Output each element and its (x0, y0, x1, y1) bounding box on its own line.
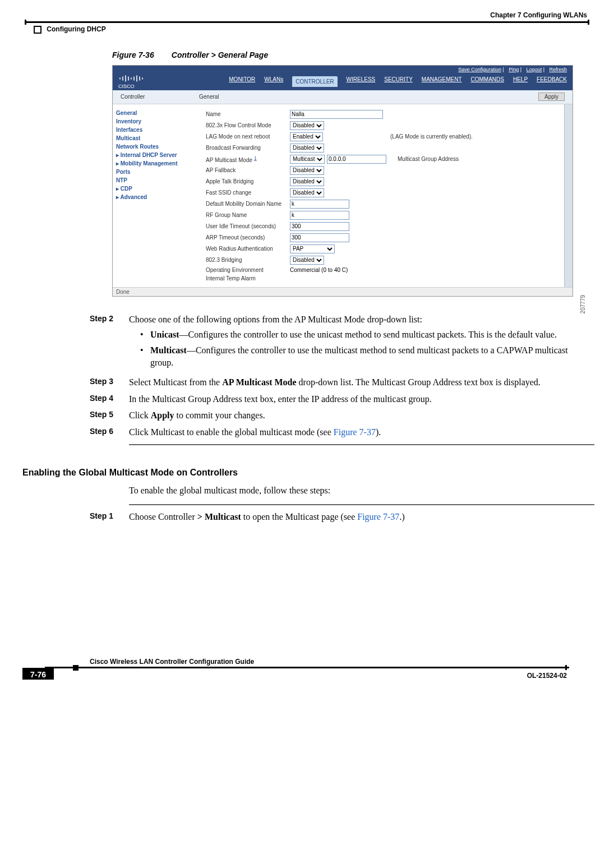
refresh-link[interactable]: Refresh (549, 67, 567, 72)
ssid-select[interactable]: Disabled (290, 188, 324, 197)
step-6-text: Click Multicast to enable the global mul… (129, 426, 569, 438)
bridge-label: 802.3 Bridging (206, 257, 290, 263)
step-5-label: Step 5 (90, 409, 129, 422)
lag-select[interactable]: Enabled (290, 132, 323, 141)
idle-input[interactable] (290, 222, 349, 231)
step-1-text: Choose Controller > Multicast to open th… (129, 511, 569, 523)
status-bar: Done (113, 287, 573, 296)
chapter-title: Chapter 7 Configuring WLANs (490, 11, 587, 19)
nav-monitor[interactable]: MONITOR (229, 76, 255, 87)
atb-select[interactable]: Disabled (290, 177, 324, 186)
arp-label: ARP Timeout (seconds) (206, 234, 290, 241)
screenshot-figure: Save Configuration | Ping | Logout | Ref… (112, 65, 573, 297)
apmc-label: AP Multicast Mode 1 (206, 155, 290, 163)
step-2-label: Step 2 (90, 313, 129, 372)
flow-select[interactable]: Disabled (290, 121, 324, 130)
figure-link[interactable]: Figure 7-37 (334, 427, 376, 437)
apfb-select[interactable]: Disabled (290, 166, 324, 175)
env-label: Operating Environment (206, 267, 290, 273)
step-1-label: Step 1 (90, 511, 129, 523)
radius-select[interactable]: PAP (290, 244, 335, 253)
doc-title: Cisco Wireless LAN Controller Configurat… (90, 658, 592, 666)
sidebar-item-ports[interactable]: Ports (116, 168, 200, 176)
mob-label: Default Mobility Domain Name (206, 201, 290, 207)
sidebar-item-advanced[interactable]: Advanced (116, 193, 200, 201)
idle-label: User Idle Timeout (seconds) (206, 223, 290, 229)
ping-link[interactable]: Ping (509, 67, 519, 72)
sidebar-item-inventory[interactable]: Inventory (116, 117, 200, 126)
sidebar-item-cdp[interactable]: CDP (116, 184, 200, 193)
step-5-text: Click Apply to commit your changes. (129, 409, 569, 422)
ssid-label: Fast SSID change (206, 190, 290, 196)
bcast-label: Broadcast Forwarding (206, 145, 290, 151)
nav-controller[interactable]: CONTROLLER (292, 76, 337, 87)
bullet-1: Unicast—Configures the controller to use… (150, 329, 557, 341)
apfb-label: AP Fallback (206, 167, 290, 173)
step-2-text: Choose one of the following options from… (129, 315, 422, 324)
nav-management[interactable]: MANAGEMENT (422, 76, 462, 87)
step-4-label: Step 4 (90, 393, 129, 405)
nav-help[interactable]: HELP (513, 76, 528, 87)
doc-number: OL-21524-02 (22, 672, 567, 680)
section-title: Configuring DHCP (47, 25, 105, 33)
lag-note: (LAG Mode is currently enabled). (390, 133, 473, 140)
step-4-text: In the Multicast Group Address text box,… (129, 393, 569, 405)
page-title: General (199, 94, 538, 100)
top-links: Save Configuration | Ping | Logout | Ref… (455, 67, 567, 72)
cisco-logo: CISCO (118, 73, 144, 90)
lag-label: LAG Mode on next reboot (206, 133, 290, 140)
bcast-select[interactable]: Disabled (290, 144, 324, 153)
subsection-intro: To enable the global multicast mode, fol… (129, 484, 569, 497)
figure-label: Figure 7-36 (112, 50, 154, 59)
sidebar-item-multicast[interactable]: Multicast (116, 134, 200, 142)
section-marker-icon (34, 26, 41, 34)
save-config-link[interactable]: Save Configuration (458, 67, 501, 72)
env-value: Commercial (0 to 40 C) (290, 267, 348, 273)
name-input[interactable] (290, 110, 383, 119)
bullet-2: Multicast—Configures the controller to u… (150, 344, 569, 368)
bullet-icon: • (140, 329, 150, 341)
atb-label: Apple Talk Bridging (206, 178, 290, 184)
scrollbar[interactable] (564, 104, 573, 287)
sidebar-item-dhcp[interactable]: Internal DHCP Server (116, 151, 200, 159)
rf-input[interactable] (290, 211, 349, 220)
radius-label: Web Radius Authentication (206, 246, 290, 252)
breadcrumb-controller: Controller (121, 94, 199, 100)
name-label: Name (206, 111, 290, 117)
bullet-icon: • (140, 344, 150, 368)
logout-link[interactable]: Logout (527, 67, 542, 72)
subsection-heading: Enabling the Global Multicast Mode on Co… (22, 468, 592, 478)
nav-commands[interactable]: COMMANDS (471, 76, 504, 87)
flow-label: 802.3x Flow Control Mode (206, 122, 290, 128)
general-form: Name 802.3x Flow Control ModeDisabled LA… (204, 104, 564, 287)
page-number: 7-76 (22, 668, 54, 680)
sidebar-item-interfaces[interactable]: Interfaces (116, 126, 200, 134)
nav-wlans[interactable]: WLANs (264, 76, 283, 87)
mob-input[interactable] (290, 200, 349, 209)
step-3-text: Select Multicast from the AP Multicast M… (129, 376, 569, 389)
sidebar-item-ntp[interactable]: NTP (116, 176, 200, 184)
rf-label: RF Group Name (206, 212, 290, 218)
temp-label: Internal Temp Alarm (206, 275, 290, 281)
figure-title: Controller > General Page (172, 50, 268, 59)
step-6-label: Step 6 (90, 426, 129, 438)
arp-input[interactable] (290, 233, 349, 242)
figure-link[interactable]: Figure 7-37 (357, 512, 399, 521)
step-3-label: Step 3 (90, 376, 129, 389)
nav-security[interactable]: SECURITY (384, 76, 413, 87)
apply-button[interactable]: Apply (538, 93, 565, 101)
sidebar: General Inventory Interfaces Multicast N… (113, 104, 204, 287)
bridge-select[interactable]: Disabled (290, 256, 324, 265)
apmc-ip-input[interactable] (327, 155, 386, 164)
apmc-note: Multicast Group Address (398, 156, 459, 162)
nav-feedback[interactable]: FEEDBACK (537, 76, 567, 87)
sidebar-item-routes[interactable]: Network Routes (116, 142, 200, 151)
sidebar-item-mobility[interactable]: Mobility Management (116, 159, 200, 168)
nav-wireless[interactable]: WIRELESS (347, 76, 376, 87)
sidebar-item-general[interactable]: General (116, 109, 200, 117)
figure-ref-number: 207779 (580, 295, 586, 313)
apmc-select[interactable]: Multicast (290, 155, 325, 164)
